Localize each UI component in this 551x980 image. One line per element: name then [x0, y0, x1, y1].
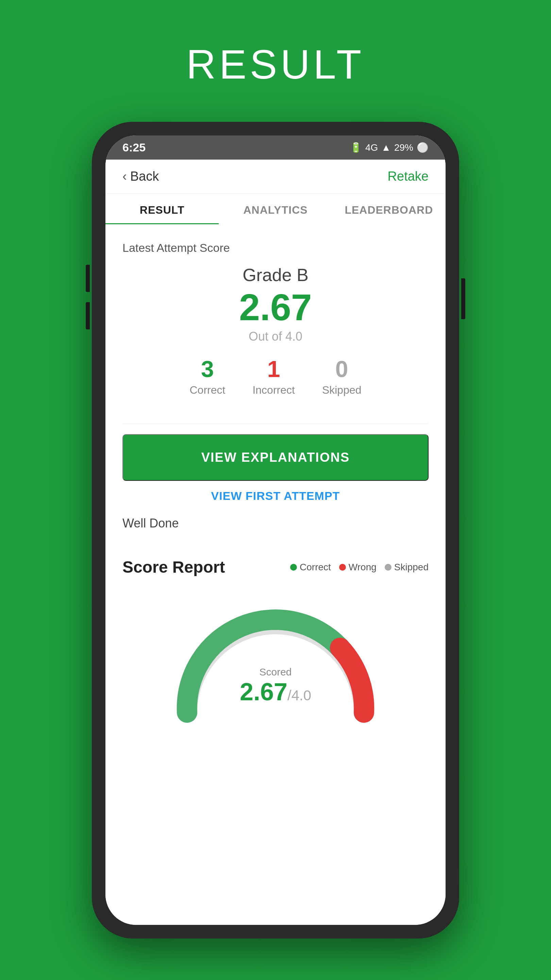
stats-row: 3 Correct 1 Incorrect 0 Skipped: [122, 357, 429, 396]
power-button: [461, 278, 465, 319]
score-section: Latest Attempt Score Grade B 2.67 Out of…: [122, 224, 429, 424]
skipped-dot-icon: [385, 564, 392, 571]
vibrate-icon: 🔋: [350, 142, 362, 153]
signal-icon: ▲: [381, 142, 391, 153]
back-label: Back: [130, 169, 159, 184]
skipped-count: 0: [322, 357, 362, 380]
wrong-dot-icon: [339, 564, 346, 571]
stat-correct: 3 Correct: [189, 357, 225, 396]
tab-leaderboard[interactable]: LEADERBOARD: [332, 194, 446, 224]
vol-down-button: [86, 302, 90, 329]
status-icons: 🔋 4G ▲ 29% ⚪: [350, 142, 429, 153]
legend-wrong-label: Wrong: [349, 562, 376, 573]
incorrect-count: 1: [252, 357, 295, 380]
legend-skipped: Skipped: [385, 562, 429, 573]
score-report-header: Score Report Correct Wrong: [122, 558, 429, 576]
main-content: Latest Attempt Score Grade B 2.67 Out of…: [105, 224, 446, 925]
tab-bar: RESULT ANALYTICS LEADERBOARD: [105, 194, 446, 224]
legend-wrong: Wrong: [339, 562, 376, 573]
stat-skipped: 0 Skipped: [322, 357, 362, 396]
well-done-text: Well Done: [122, 516, 429, 530]
phone-screen: 6:25 🔋 4G ▲ 29% ⚪ ‹ Back Retake: [105, 135, 446, 925]
gauge-center-text: Scored 2.67/4.0: [240, 666, 311, 706]
status-bar: 6:25 🔋 4G ▲ 29% ⚪: [105, 135, 446, 159]
gauge-scored-label: Scored: [240, 666, 311, 678]
gauge-score-value: 2.67: [240, 678, 287, 705]
out-of-text: Out of 4.0: [122, 329, 429, 344]
legend-correct-label: Correct: [300, 562, 331, 573]
back-chevron-icon: ‹: [122, 169, 127, 184]
tab-result[interactable]: RESULT: [105, 194, 219, 224]
score-report-section: Score Report Correct Wrong: [122, 547, 429, 737]
gauge-svg: [160, 597, 391, 726]
gauge-chart: Scored 2.67/4.0: [122, 590, 429, 726]
vol-up-button: [86, 265, 90, 292]
gauge-score-suffix: /4.0: [287, 687, 311, 703]
grade-text: Grade B: [122, 265, 429, 285]
tab-analytics[interactable]: ANALYTICS: [219, 194, 332, 224]
phone-shell: 6:25 🔋 4G ▲ 29% ⚪ ‹ Back Retake: [92, 122, 459, 939]
battery-indicator-icon: ⚪: [417, 142, 429, 153]
correct-label: Correct: [189, 384, 225, 396]
legend-correct: Correct: [290, 562, 331, 573]
battery-icon: 29%: [394, 142, 413, 153]
retake-button[interactable]: Retake: [388, 169, 429, 184]
signal-4g-icon: 4G: [365, 142, 378, 153]
legend-skipped-label: Skipped: [394, 562, 429, 573]
latest-attempt-label: Latest Attempt Score: [122, 241, 429, 255]
phone-frame: 6:25 🔋 4G ▲ 29% ⚪ ‹ Back Retake: [92, 122, 459, 939]
incorrect-label: Incorrect: [252, 384, 295, 396]
score-value: 2.67: [122, 288, 429, 326]
legend: Correct Wrong Skipped: [290, 562, 429, 573]
score-report-title: Score Report: [122, 558, 225, 576]
stat-incorrect: 1 Incorrect: [252, 357, 295, 396]
skipped-label: Skipped: [322, 384, 362, 396]
correct-dot-icon: [290, 564, 297, 571]
view-explanations-button[interactable]: VIEW EXPLANATIONS: [122, 434, 429, 481]
correct-count: 3: [189, 357, 225, 380]
top-nav: ‹ Back Retake: [105, 159, 446, 194]
status-time: 6:25: [122, 141, 146, 154]
page-title: RESULT: [186, 41, 365, 88]
back-button[interactable]: ‹ Back: [122, 169, 159, 184]
view-first-attempt-button[interactable]: VIEW FIRST ATTEMPT: [122, 489, 429, 503]
